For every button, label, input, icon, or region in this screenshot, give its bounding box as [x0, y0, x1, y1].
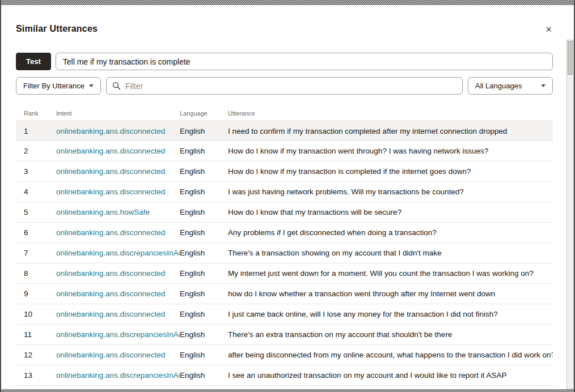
utterance-cell: How do I know if my transaction is compl…	[228, 167, 553, 176]
intent-link[interactable]: onlinebanking.ans.howSafe	[56, 208, 180, 216]
window-border-bottom	[1, 389, 574, 392]
utterance-cell: How do I know that my transactions will …	[228, 208, 553, 216]
chevron-down-icon	[89, 84, 94, 87]
column-header-rank: Rank	[24, 110, 56, 117]
utterance-cell: There's an extra transaction on my accou…	[228, 330, 553, 339]
table-row[interactable]: 10 onlinebanking.ans.disconnected Englis…	[16, 304, 553, 325]
intent-link[interactable]: onlinebanking.ans.disconnected	[56, 310, 180, 318]
rank-cell: 2	[24, 147, 56, 155]
rank-cell: 4	[24, 188, 56, 196]
language-cell: English	[180, 249, 228, 257]
intent-link[interactable]: onlinebanking.ans.disconnected	[56, 147, 180, 155]
test-utterance-input[interactable]	[56, 53, 553, 70]
utterance-cell: I just came back online, will I lose any…	[228, 310, 553, 318]
rank-cell: 8	[24, 269, 56, 278]
filter-bar: Filter By Utterance All Languages	[16, 77, 553, 95]
table-row[interactable]: 3 onlinebanking.ans.disconnected English…	[16, 161, 553, 182]
intent-link[interactable]: onlinebanking.ans.disconnected	[56, 188, 180, 196]
table-row[interactable]: 1 onlinebanking.ans.disconnected English…	[16, 121, 553, 141]
language-select-value: All Languages	[475, 82, 522, 90]
language-cell: English	[180, 127, 228, 135]
language-select[interactable]: All Languages	[468, 77, 553, 95]
utterance-cell: I need to confirm if my transaction comp…	[228, 127, 553, 135]
language-cell: English	[180, 147, 228, 155]
utterance-cell: How do I know if my transaction went thr…	[228, 147, 553, 155]
utterance-cell: I was just having network problems. Will…	[228, 188, 553, 196]
dialog-content: Similar Utterances × Test Filter By Utte…	[16, 5, 553, 386]
table-row[interactable]: 12 onlinebanking.ans.disconnected Englis…	[16, 345, 553, 365]
language-cell: English	[180, 208, 228, 216]
utterance-cell: My internet just went down for a moment.…	[228, 269, 553, 278]
table-row[interactable]: 5 onlinebanking.ans.howSafe English How …	[16, 202, 553, 223]
table-body: 1 onlinebanking.ans.disconnected English…	[16, 121, 553, 386]
rank-cell: 12	[24, 351, 56, 359]
intent-link[interactable]: onlinebanking.ans.disconnected	[56, 127, 180, 135]
scrollbar-thumb[interactable]	[568, 41, 573, 75]
rank-cell: 9	[24, 289, 56, 298]
rank-cell: 6	[24, 228, 56, 237]
table-row[interactable]: 2 onlinebanking.ans.disconnected English…	[16, 141, 553, 161]
intent-link[interactable]: onlinebanking.ans.disconnected	[56, 167, 180, 176]
similar-utterances-dialog: Similar Utterances × Test Filter By Utte…	[0, 0, 575, 392]
filter-input-wrap	[106, 77, 463, 95]
intent-link[interactable]: onlinebanking.ans.disconnected	[56, 228, 180, 237]
language-cell: English	[180, 228, 228, 237]
table-row[interactable]: 4 onlinebanking.ans.disconnected English…	[16, 182, 553, 202]
table-row[interactable]: 13 onlinebanking.ans.discrepanciesInAcc …	[16, 365, 553, 386]
table-row[interactable]: 11 onlinebanking.ans.discrepanciesInAcc …	[16, 325, 553, 345]
language-cell: English	[180, 167, 228, 176]
filter-by-select[interactable]: Filter By Utterance	[16, 77, 101, 95]
language-cell: English	[180, 310, 228, 318]
intent-link[interactable]: onlinebanking.ans.discrepanciesInAcc	[56, 371, 180, 380]
utterance-cell: There's a transaction showing on my acco…	[228, 249, 553, 257]
rank-cell: 1	[24, 127, 56, 135]
close-icon[interactable]: ×	[543, 23, 555, 35]
intent-link[interactable]: onlinebanking.ans.discrepanciesInAcc	[56, 330, 180, 339]
column-header-utterance: Utterance	[228, 110, 553, 117]
language-cell: English	[180, 351, 228, 359]
vertical-scrollbar[interactable]	[566, 40, 574, 389]
language-cell: English	[180, 330, 228, 339]
filter-by-select-value: Filter By Utterance	[23, 82, 84, 90]
chevron-down-icon	[541, 84, 546, 87]
filter-input[interactable]	[125, 78, 456, 94]
language-cell: English	[180, 289, 228, 298]
language-cell: English	[180, 371, 228, 380]
search-icon	[112, 82, 121, 90]
intent-link[interactable]: onlinebanking.ans.disconnected	[56, 289, 180, 298]
page-title: Similar Utterances	[16, 24, 98, 34]
utterance-cell: Any problems if I get disconnected when …	[228, 228, 553, 237]
dialog-header: Similar Utterances ×	[16, 22, 553, 36]
utterance-cell: how do I know whether a transaction went…	[228, 289, 553, 298]
language-cell: English	[180, 269, 228, 278]
rank-cell: 11	[24, 330, 56, 339]
rank-cell: 5	[24, 208, 56, 216]
table-row[interactable]: 9 onlinebanking.ans.disconnected English…	[16, 284, 553, 304]
window-border-top	[1, 0, 574, 5]
utterance-cell: after being disconnected from my online …	[228, 351, 553, 359]
column-header-intent: Intent	[56, 110, 180, 117]
intent-link[interactable]: onlinebanking.ans.discrepanciesInAcc	[56, 249, 180, 257]
rank-cell: 10	[24, 310, 56, 318]
intent-link[interactable]: onlinebanking.ans.disconnected	[56, 269, 180, 278]
test-button[interactable]: Test	[16, 53, 51, 70]
table-row[interactable]: 6 onlinebanking.ans.disconnected English…	[16, 223, 553, 243]
rank-cell: 13	[24, 371, 56, 380]
rank-cell: 3	[24, 167, 56, 176]
utterance-cell: I see an unauthorized transaction on my …	[228, 371, 553, 380]
column-header-language: Language	[180, 110, 228, 117]
table-header: Rank Intent Language Utterance	[16, 106, 553, 121]
test-bar: Test	[16, 53, 553, 70]
rank-cell: 7	[24, 249, 56, 257]
language-cell: English	[180, 188, 228, 196]
table-row[interactable]: 8 onlinebanking.ans.disconnected English…	[16, 263, 553, 284]
intent-link[interactable]: onlinebanking.ans.disconnected	[56, 351, 180, 359]
table-row[interactable]: 7 onlinebanking.ans.discrepanciesInAcc E…	[16, 243, 553, 263]
